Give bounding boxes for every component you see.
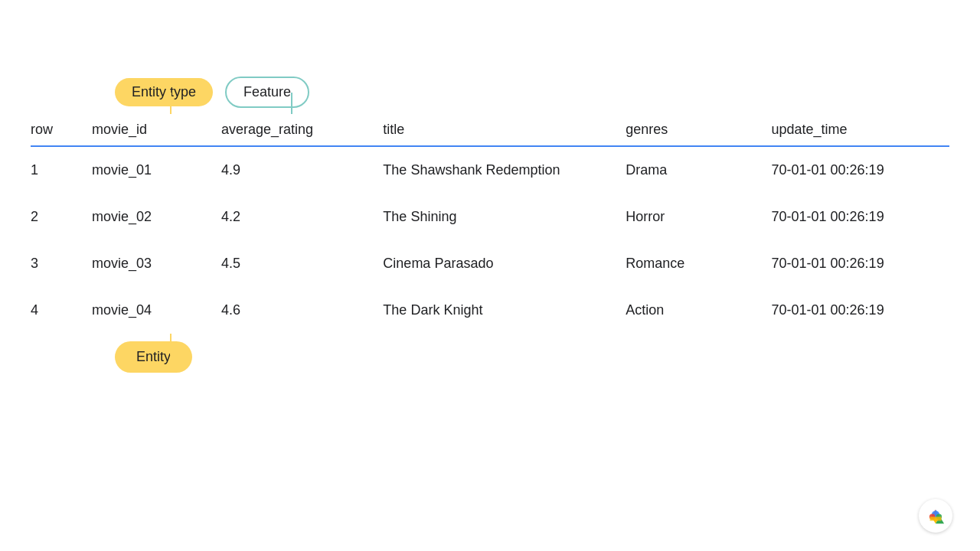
- table-row: 1movie_014.9The Shawshank RedemptionDram…: [31, 146, 949, 194]
- data-table: row movie_id average_rating title genres…: [31, 114, 949, 334]
- badges-row: Entity type Feature: [115, 77, 949, 108]
- col-header-update-time: update_time: [772, 114, 949, 146]
- cell-genres: Drama: [626, 146, 771, 194]
- entity-badge-bottom[interactable]: Entity: [115, 341, 192, 373]
- cell-title: The Shining: [383, 194, 626, 240]
- google-cloud-logo: [919, 499, 952, 533]
- cell-title: Cinema Parasado: [383, 240, 626, 287]
- cell-average_rating: 4.9: [221, 146, 383, 194]
- cell-movie_id: movie_03: [92, 240, 221, 287]
- cell-average_rating: 4.2: [221, 194, 383, 240]
- cell-row: 3: [31, 240, 92, 287]
- cell-update_time: 70-01-01 00:26:19: [772, 287, 949, 334]
- cell-row: 1: [31, 146, 92, 194]
- cell-average_rating: 4.5: [221, 240, 383, 287]
- connector-feature-top: [291, 93, 292, 114]
- entity-badge-bottom-wrapper: Entity: [115, 341, 949, 373]
- cell-update_time: 70-01-01 00:26:19: [772, 240, 949, 287]
- cell-title: The Shawshank Redemption: [383, 146, 626, 194]
- cell-movie_id: movie_02: [92, 194, 221, 240]
- col-header-average-rating: average_rating: [221, 114, 383, 146]
- table-row: 4movie_044.6The Dark KnightAction70-01-0…: [31, 287, 949, 334]
- cell-update_time: 70-01-01 00:26:19: [772, 194, 949, 240]
- col-header-row: row: [31, 114, 92, 146]
- cell-genres: Action: [626, 287, 771, 334]
- cell-update_time: 70-01-01 00:26:19: [772, 146, 949, 194]
- table-wrapper: row movie_id average_rating title genres…: [31, 114, 949, 334]
- cell-movie_id: movie_04: [92, 287, 221, 334]
- table-row: 2movie_024.2The ShiningHorror70-01-01 00…: [31, 194, 949, 240]
- cell-genres: Horror: [626, 194, 771, 240]
- col-header-genres: genres: [626, 114, 771, 146]
- table-header-row: row movie_id average_rating title genres…: [31, 114, 949, 146]
- col-header-movie-id: movie_id: [92, 114, 221, 146]
- cell-genres: Romance: [626, 240, 771, 287]
- feature-badge[interactable]: Feature: [225, 77, 309, 108]
- cell-row: 4: [31, 287, 92, 334]
- svg-rect-3: [930, 517, 942, 520]
- cell-movie_id: movie_01: [92, 146, 221, 194]
- connector-entity-bottom: [170, 334, 172, 355]
- col-header-title: title: [383, 114, 626, 146]
- cell-row: 2: [31, 194, 92, 240]
- cell-average_rating: 4.6: [221, 287, 383, 334]
- table-row: 3movie_034.5Cinema ParasadoRomance70-01-…: [31, 240, 949, 287]
- connector-entity-type-top: [170, 93, 172, 114]
- entity-type-badge[interactable]: Entity type: [115, 78, 213, 106]
- cell-title: The Dark Knight: [383, 287, 626, 334]
